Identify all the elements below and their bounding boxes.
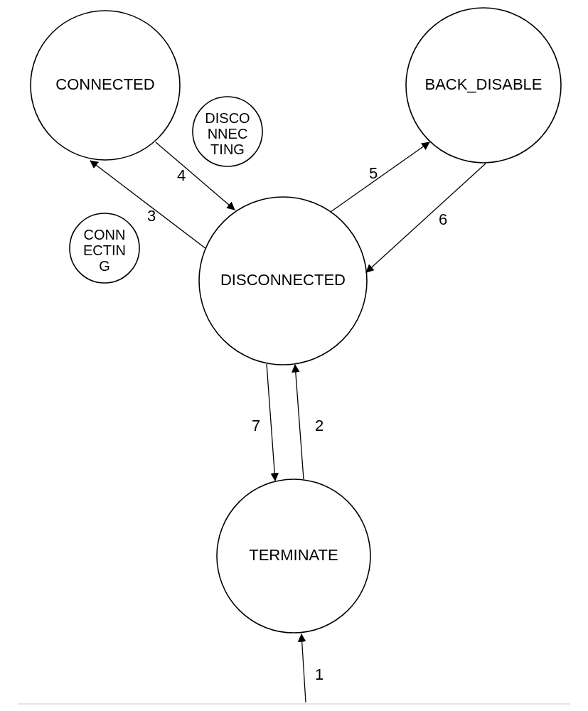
- edge-3-label: 3: [147, 207, 156, 225]
- edge-1: 1: [301, 634, 324, 702]
- state-connecting: CONN ECTIN G: [70, 213, 139, 283]
- edge-5: 5: [331, 142, 429, 212]
- edge-6: 6: [366, 164, 486, 272]
- svg-line-12: [366, 164, 486, 272]
- svg-line-6: [301, 634, 306, 702]
- state-connecting-label-l3: G: [99, 258, 110, 274]
- svg-line-7: [295, 365, 304, 479]
- state-connecting-label-l2: ECTIN: [83, 242, 126, 258]
- state-disconnecting-label-l2: NNEC: [208, 126, 248, 141]
- state-diagram: CONNECTED BACK_DISABLE DISCONNECTED TERM…: [0, 0, 588, 711]
- state-back-disable: BACK_DISABLE: [406, 8, 561, 163]
- edge-7-label: 7: [252, 417, 260, 434]
- state-disconnected: DISCONNECTED: [199, 197, 367, 365]
- edge-1-label: 1: [315, 665, 324, 683]
- svg-line-11: [331, 142, 429, 212]
- state-connected-label: CONNECTED: [55, 75, 154, 93]
- state-disconnecting: DISCO NNEC TING: [193, 97, 262, 166]
- edge-2: 2: [295, 365, 324, 479]
- edge-2-label: 2: [315, 417, 324, 434]
- state-terminate-label: TERMINATE: [249, 546, 338, 564]
- edge-4-label: 4: [177, 166, 186, 184]
- svg-line-8: [267, 364, 275, 481]
- state-disconnecting-label-l3: TING: [210, 141, 245, 157]
- edge-6-label: 6: [439, 210, 447, 228]
- state-connected: CONNECTED: [31, 11, 180, 160]
- state-back-disable-label: BACK_DISABLE: [424, 75, 542, 93]
- edge-5-label: 5: [369, 164, 378, 182]
- state-disconnecting-label-l1: DISCO: [205, 110, 250, 126]
- edge-7: 7: [252, 364, 275, 481]
- state-terminate: TERMINATE: [217, 479, 370, 633]
- state-connecting-label-l1: CONN: [84, 227, 126, 242]
- state-disconnected-label: DISCONNECTED: [220, 271, 346, 289]
